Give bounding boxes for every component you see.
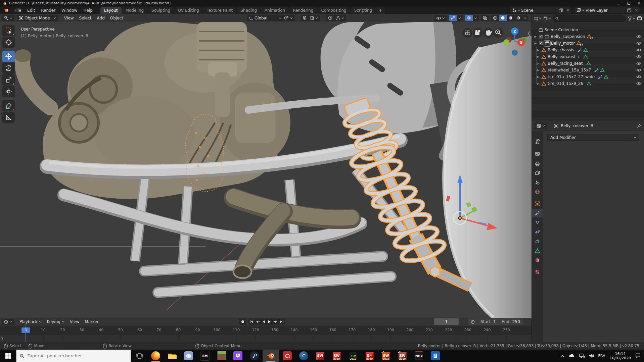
eye-icon[interactable] (636, 75, 641, 79)
move-tool[interactable] (2, 51, 15, 62)
outliner-row-belly-suspension[interactable]: ▶ ✓ Belly_suspension 24 (532, 33, 644, 40)
toggle-perspective-button[interactable] (462, 28, 472, 38)
outliner-row-tire-01a[interactable]: ▶ tire_01a_15x7_27_wide (532, 73, 644, 80)
tab-scene[interactable] (532, 178, 543, 187)
timeline-menu-playback[interactable]: Playback (17, 319, 44, 325)
menu-window[interactable]: Window (58, 7, 80, 13)
blender-menu-icon[interactable] (3, 8, 9, 13)
taskbar-notes-app[interactable] (427, 350, 444, 362)
eye-icon[interactable] (636, 42, 641, 45)
eye-icon[interactable] (636, 62, 641, 65)
properties-editor-type-button[interactable] (535, 122, 547, 129)
select-box-tool[interactable] (2, 25, 15, 36)
viewport-menu-add[interactable]: Add (94, 15, 107, 21)
tab-physics[interactable] (532, 227, 543, 236)
taskbar-steam[interactable] (246, 350, 263, 362)
taskbar-firefox[interactable] (147, 350, 164, 362)
tab-modeling[interactable]: Modeling (122, 7, 148, 14)
tab-material[interactable] (532, 256, 543, 264)
snap-settings-dropdown[interactable] (309, 15, 320, 21)
measure-tool[interactable] (2, 112, 15, 123)
playhead[interactable] (26, 324, 26, 342)
taskbar-clock[interactable]: 16:14 16/01/2020 (610, 352, 631, 360)
show-overlays-toggle[interactable] (465, 15, 473, 21)
shading-wireframe-button[interactable] (491, 15, 499, 21)
expand-icon[interactable]: ▶ (534, 42, 537, 45)
onedrive-icon[interactable] (569, 354, 575, 358)
taskbar-sw-visualize-2019[interactable]: S2019 (361, 350, 378, 362)
tab-render[interactable] (532, 149, 543, 158)
proportional-falloff-dropdown[interactable] (334, 15, 346, 21)
timeline-menu-view[interactable]: View (67, 319, 82, 325)
taskbar-discord[interactable] (180, 350, 197, 362)
add-workspace-button[interactable]: + (376, 7, 385, 14)
taskbar-sw-composer-2019[interactable]: SW2019 (378, 350, 394, 362)
tab-world[interactable] (532, 187, 543, 196)
record-button[interactable] (239, 318, 246, 325)
network-display-icon[interactable] (579, 354, 585, 358)
tray-expand-icon[interactable] (560, 355, 564, 357)
add-modifier-button[interactable]: Add Modifier (547, 134, 639, 141)
current-frame-field[interactable]: 1 (434, 318, 459, 325)
mode-dropdown[interactable]: Object Mode (17, 15, 58, 21)
taskbar-minecraft[interactable] (213, 350, 230, 362)
eye-icon[interactable] (636, 68, 641, 72)
xray-toggle[interactable] (481, 15, 489, 21)
outliner-search[interactable] (553, 15, 626, 22)
taskbar-file-explorer[interactable] (164, 350, 180, 362)
gizmo-settings-dropdown[interactable] (457, 15, 463, 21)
volume-icon[interactable] (589, 354, 594, 358)
viewport-menu-view[interactable]: View (61, 15, 76, 21)
play-button[interactable] (267, 318, 273, 325)
windows-search-box[interactable] (16, 350, 131, 362)
tab-constraints[interactable] (532, 237, 543, 246)
outliner-search-input[interactable] (560, 16, 623, 21)
tab-uv-editing[interactable]: UV Editing (174, 7, 203, 14)
unlink-scene-button[interactable] (564, 7, 571, 13)
tab-sculpting[interactable]: Sculpting (148, 7, 174, 14)
pan-view-button[interactable] (483, 28, 493, 38)
overlays-settings-dropdown[interactable] (473, 15, 479, 21)
outliner-row-scene-collection[interactable]: Scene Collection (532, 27, 644, 33)
cursor-tool[interactable] (2, 37, 15, 48)
frame-end-field[interactable]: End:250 (499, 319, 523, 324)
new-view-layer-button[interactable] (626, 7, 633, 13)
shading-settings-dropdown[interactable] (522, 15, 528, 21)
camera-view-button[interactable] (473, 28, 483, 38)
outliner-display-mode-dropdown[interactable] (534, 16, 542, 21)
tab-modifiers[interactable] (532, 209, 543, 217)
tab-layout[interactable]: Layout (100, 7, 122, 14)
3d-viewport[interactable]: Y X Z User Perspective (1) Belly_motor |… (0, 22, 532, 318)
maximize-button[interactable] (624, 0, 634, 6)
previous-keyframe-button[interactable] (255, 318, 261, 325)
tab-texture[interactable] (532, 267, 543, 276)
zoom-view-button[interactable] (493, 28, 503, 38)
timeline-editor-type-button[interactable] (2, 319, 14, 325)
viewport-menu-select[interactable]: Select (76, 15, 94, 21)
checkbox-checked[interactable]: ✓ (539, 41, 543, 46)
show-gizmo-toggle[interactable] (449, 15, 457, 21)
taskbar-sw-inspection-2019[interactable]: SW2019 (394, 350, 411, 362)
tab-view-layer[interactable] (532, 168, 543, 177)
new-collection-button[interactable] (637, 15, 642, 22)
eye-icon[interactable] (636, 55, 641, 58)
tab-object[interactable] (532, 199, 543, 208)
tab-shading[interactable]: Shading (237, 7, 261, 14)
language-indicator[interactable]: FRA (598, 354, 605, 358)
tab-output[interactable] (532, 159, 543, 168)
timeline-menu-keying[interactable]: Keying (44, 319, 67, 325)
outliner-row-belly-exhaust[interactable]: ▶ Belly_exhaust_c (532, 53, 644, 60)
scale-tool[interactable] (2, 74, 15, 86)
taskbar-blender[interactable] (263, 350, 279, 362)
tab-particles[interactable] (532, 218, 543, 227)
outliner-row-belly-motor[interactable]: ▶ ✓ Belly_motor 15 (532, 40, 644, 47)
rotate-tool[interactable] (2, 62, 15, 74)
eye-icon[interactable] (636, 82, 641, 85)
play-reverse-button[interactable] (261, 318, 267, 325)
taskbar-twitch[interactable] (230, 350, 246, 362)
use-preview-range-toggle[interactable] (468, 320, 477, 324)
tab-tool[interactable] (532, 137, 543, 146)
view-layer-selector[interactable]: View Layer (574, 7, 640, 14)
timeline-tracks[interactable]: ❯ (0, 334, 532, 342)
scene-selector[interactable]: Scene (510, 7, 571, 14)
